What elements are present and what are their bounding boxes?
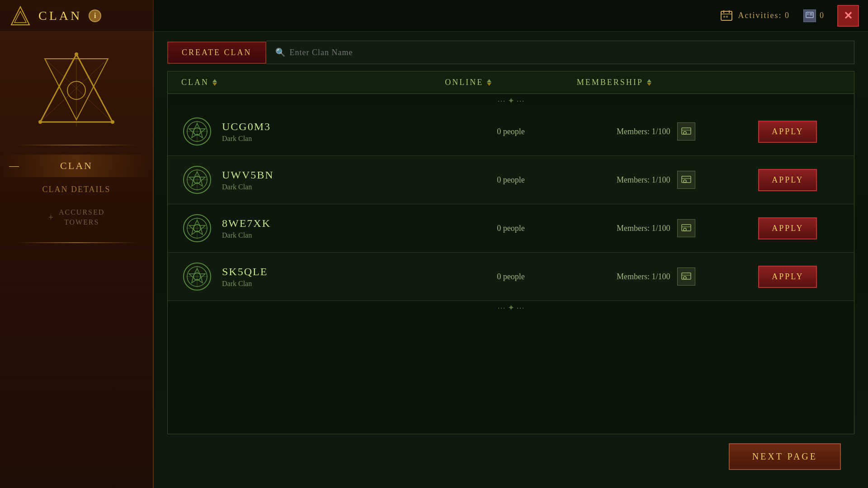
sort-icon-membership	[647, 79, 651, 86]
col-header-membership[interactable]: MEMBERSHIP	[577, 78, 735, 87]
sidebar-nav: CLAN CLAN DETAILS + ACCURSEDTOWERS	[0, 155, 153, 233]
sidebar-item-clan[interactable]: CLAN	[0, 155, 153, 177]
svg-rect-17	[726, 16, 728, 18]
content-area: CREATE CLAN 🔍 CLAN ONLINE	[154, 32, 868, 488]
friend-count: 0	[803, 9, 824, 22]
search-box: 🔍	[266, 41, 855, 64]
table-ornament-bottom: ⋯ ✦ ⋯	[168, 301, 854, 314]
apply-button-4[interactable]: APPLY	[758, 266, 817, 288]
topbar: Activities: 0 0 ✕	[154, 0, 868, 32]
create-clan-button[interactable]: CREATE CLAN	[167, 42, 266, 64]
clan-emblem-large	[27, 41, 126, 140]
apply-button-3[interactable]: APPLY	[758, 217, 817, 239]
svg-point-45	[684, 277, 686, 279]
clan-type-3: Dark Clan	[222, 231, 271, 239]
toolbar: CREATE CLAN 🔍	[167, 41, 854, 64]
membership-text-4: Members: 1/100	[617, 272, 670, 282]
membership-info-2: Members: 1/100	[577, 171, 735, 189]
table-ornament-top: ⋯ ✦ ⋯	[168, 94, 854, 108]
membership-text-1: Members: 1/100	[617, 127, 670, 136]
clan-emblem-small	[9, 5, 32, 27]
sidebar-clan-title: CLAN	[38, 9, 82, 23]
info-badge[interactable]: i	[89, 9, 101, 22]
clan-name-2: UWV5BN	[222, 169, 274, 181]
sort-icon-online	[487, 79, 491, 86]
svg-rect-19	[807, 13, 809, 15]
svg-marker-1	[14, 11, 26, 23]
bottom-area: NEXT PAGE	[167, 434, 854, 479]
svg-point-11	[111, 120, 114, 124]
activities-icon	[719, 9, 734, 23]
clan-info-4: SK5QLE Dark Clan	[222, 266, 268, 288]
table-row: UCG0M3 Dark Clan 0 people Members: 1/100	[168, 108, 854, 156]
membership-icon-2	[677, 171, 695, 189]
svg-point-9	[75, 52, 78, 56]
col-header-clan[interactable]: CLAN	[181, 78, 445, 87]
membership-icon-4	[677, 267, 695, 286]
svg-marker-0	[11, 7, 29, 25]
close-button[interactable]: ✕	[837, 5, 859, 27]
activities-label: Activities: 0	[738, 11, 790, 20]
membership-text-3: Members: 1/100	[617, 224, 670, 233]
membership-info-1: Members: 1/100	[577, 122, 735, 141]
friend-count-value: 0	[820, 11, 824, 20]
clan-avatar-1	[181, 116, 213, 147]
sidebar-item-clan-details[interactable]: CLAN DETAILS	[0, 179, 153, 200]
clan-name-4: SK5QLE	[222, 266, 268, 278]
membership-info-4: Members: 1/100	[577, 267, 735, 286]
sidebar-header: CLAN i	[0, 0, 154, 32]
sidebar-item-accursed-towers[interactable]: + ACCURSEDTOWERS	[0, 202, 153, 233]
clan-type-1: Dark Clan	[222, 135, 271, 143]
svg-rect-16	[723, 16, 725, 18]
plus-icon: +	[48, 212, 54, 223]
membership-text-2: Members: 1/100	[617, 175, 670, 185]
online-count-2: 0 people	[497, 175, 524, 184]
table-row: UWV5BN Dark Clan 0 people Members: 1/100	[168, 156, 854, 204]
clan-avatar-4	[181, 261, 213, 292]
clan-table: CLAN ONLINE MEMBERSHIP	[167, 71, 854, 434]
table-row: 8WE7XK Dark Clan 0 people Members: 1/100	[168, 204, 854, 253]
table-header: CLAN ONLINE MEMBERSHIP	[168, 71, 854, 94]
friend-icon	[803, 9, 816, 22]
sort-icon-clan	[212, 79, 217, 86]
svg-line-7	[40, 59, 108, 122]
clan-avatar-2	[181, 164, 213, 196]
online-count-4: 0 people	[497, 272, 524, 281]
apply-button-2[interactable]: APPLY	[758, 169, 817, 191]
table-row: SK5QLE Dark Clan 0 people Members: 1/100	[168, 253, 854, 301]
online-count-3: 0 people	[497, 224, 524, 233]
clan-name-1: UCG0M3	[222, 121, 271, 133]
sidebar-divider-top	[15, 145, 137, 145]
membership-icon-1	[677, 122, 695, 141]
search-input[interactable]	[290, 48, 845, 57]
search-icon: 🔍	[275, 47, 285, 57]
svg-line-8	[45, 59, 113, 122]
svg-point-10	[38, 120, 42, 124]
next-page-button[interactable]: NEXT PAGE	[729, 443, 841, 470]
sidebar-divider-bottom	[15, 242, 137, 243]
clan-type-4: Dark Clan	[222, 280, 268, 288]
svg-point-33	[684, 180, 686, 183]
membership-icon-3	[677, 219, 695, 237]
main-content: Activities: 0 0 ✕ CREATE CLAN 🔍	[154, 0, 868, 488]
svg-point-39	[684, 228, 686, 231]
clan-avatar-3	[181, 212, 213, 244]
online-count-1: 0 people	[497, 127, 524, 136]
svg-point-27	[684, 131, 686, 134]
sidebar: CLAN i CLAN CLAN DETA	[0, 0, 154, 488]
membership-info-3: Members: 1/100	[577, 219, 735, 237]
clan-info-1: UCG0M3 Dark Clan	[222, 121, 271, 143]
col-header-online[interactable]: ONLINE	[445, 78, 577, 87]
clan-type-2: Dark Clan	[222, 183, 274, 191]
clan-name-3: 8WE7XK	[222, 217, 271, 230]
clan-info-3: 8WE7XK Dark Clan	[222, 217, 271, 239]
clan-info-2: UWV5BN Dark Clan	[222, 169, 274, 191]
activities-button[interactable]: Activities: 0	[719, 9, 790, 23]
apply-button-1[interactable]: APPLY	[758, 121, 817, 143]
